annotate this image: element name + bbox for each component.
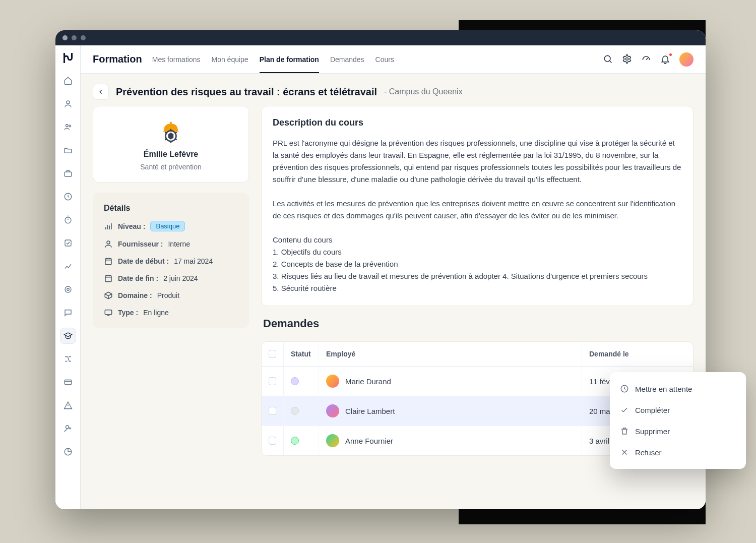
context-menu: Mettre en attente Compléter Supprimer Re… xyxy=(610,372,746,469)
back-button[interactable] xyxy=(93,84,109,100)
app-logo[interactable] xyxy=(60,50,76,66)
description-body: PRL est l'acronyme qui désigne la préven… xyxy=(273,137,682,294)
notification-dot xyxy=(669,53,672,56)
nav-home-icon[interactable] xyxy=(60,73,76,89)
select-all-checkbox[interactable] xyxy=(269,350,276,358)
bell-icon[interactable] xyxy=(660,54,671,65)
tab-training-plan[interactable]: Plan de formation xyxy=(260,45,319,73)
requests-heading: Demandes xyxy=(263,317,694,330)
employee-name: Marie Durand xyxy=(345,377,391,386)
menu-hold[interactable]: Mettre en attente xyxy=(610,378,746,399)
window-max-dot[interactable] xyxy=(81,35,86,40)
nav-card-icon[interactable] xyxy=(60,374,76,390)
nav-target-icon[interactable] xyxy=(60,281,76,297)
nav-people-icon[interactable] xyxy=(60,119,76,135)
nav-check-shield-icon[interactable] xyxy=(60,235,76,251)
svg-point-12 xyxy=(604,55,610,62)
status-indicator xyxy=(291,407,299,415)
svg-point-16 xyxy=(107,241,110,244)
detail-value: Produit xyxy=(157,291,179,299)
detail-provider: Fournisseur : Interne xyxy=(104,239,238,249)
nav-graduation-icon[interactable] xyxy=(60,328,76,344)
status-indicator xyxy=(291,437,299,445)
tab-label: Demandes xyxy=(330,55,364,64)
nav-flow-icon[interactable] xyxy=(60,351,76,367)
window-min-dot[interactable] xyxy=(72,35,77,40)
window-titlebar xyxy=(55,30,706,45)
row-checkbox[interactable] xyxy=(269,437,276,445)
page-subtitle: - Campus du Queenix xyxy=(384,87,463,96)
gear-icon[interactable] xyxy=(622,54,633,65)
nav-person-icon[interactable] xyxy=(60,96,76,112)
provider-icon xyxy=(104,239,113,249)
employee-avatar xyxy=(326,434,339,447)
tab-courses[interactable]: Cours xyxy=(375,45,394,73)
tab-my-trainings[interactable]: Mes formations xyxy=(152,45,201,73)
description-heading: Description du cours xyxy=(273,117,682,128)
author-category: Santé et prévention xyxy=(140,163,201,171)
app-window: Formation Mes formations Mon équipe Plan… xyxy=(55,30,706,509)
menu-delete[interactable]: Supprimer xyxy=(610,420,746,442)
tab-label: Mon équipe xyxy=(211,55,248,64)
nav-briefcase-icon[interactable] xyxy=(60,165,76,182)
detail-start-date: Date de début : 17 mai 2024 xyxy=(104,257,238,266)
tab-requests[interactable]: Demandes xyxy=(330,45,364,73)
tab-my-team[interactable]: Mon équipe xyxy=(211,45,248,73)
page-title: Prévention des risques au travail : écra… xyxy=(116,86,377,98)
nav-folder-icon[interactable] xyxy=(60,142,76,158)
svg-rect-18 xyxy=(105,276,111,282)
nav-stopwatch-icon[interactable] xyxy=(60,212,76,228)
col-requested: Demandé le xyxy=(582,342,693,366)
nav-chat-icon[interactable] xyxy=(60,305,76,321)
nav-adduser-icon[interactable] xyxy=(60,420,76,437)
svg-rect-6 xyxy=(65,240,71,246)
nav-pie-icon[interactable] xyxy=(60,444,76,460)
employee-avatar xyxy=(326,375,339,388)
menu-complete[interactable]: Compléter xyxy=(610,399,746,420)
menu-refuse[interactable]: Refuser xyxy=(610,442,746,463)
detail-label: Date de début : xyxy=(118,257,169,265)
row-checkbox[interactable] xyxy=(269,407,276,415)
detail-value: 17 mai 2024 xyxy=(174,257,213,265)
tabs: Mes formations Mon équipe Plan de format… xyxy=(152,45,394,73)
status-indicator xyxy=(291,377,299,385)
detail-label: Date de fin : xyxy=(118,274,158,282)
safety-gear-icon xyxy=(157,117,185,146)
user-avatar[interactable] xyxy=(679,52,694,67)
svg-point-7 xyxy=(65,286,71,292)
col-employee: Employé xyxy=(319,342,582,366)
gauge-icon[interactable] xyxy=(641,54,652,65)
author-name: Émilie Lefèvre xyxy=(144,150,199,159)
nav-warning-icon[interactable] xyxy=(60,397,76,413)
row-checkbox[interactable] xyxy=(269,377,276,385)
svg-rect-19 xyxy=(105,310,112,315)
nav-chart-icon[interactable] xyxy=(60,258,76,274)
tab-label: Cours xyxy=(375,55,394,64)
detail-label: Domaine : xyxy=(118,291,152,299)
employee-name: Anne Fournier xyxy=(345,437,393,445)
detail-type: Type : En ligne xyxy=(104,308,238,317)
detail-value: 2 juin 2024 xyxy=(163,274,198,282)
svg-rect-14 xyxy=(170,122,172,127)
detail-label: Niveau : xyxy=(118,222,145,230)
details-heading: Détails xyxy=(104,204,238,213)
detail-value: Interne xyxy=(168,240,190,248)
menu-label: Compléter xyxy=(635,406,670,414)
nav-clock-icon[interactable] xyxy=(60,189,76,205)
window-close-dot[interactable] xyxy=(62,35,68,40)
svg-point-0 xyxy=(67,101,70,104)
detail-end-date: Date de fin : 2 juin 2024 xyxy=(104,274,238,283)
menu-label: Refuser xyxy=(635,448,662,457)
svg-point-8 xyxy=(67,288,69,291)
svg-point-1 xyxy=(66,125,68,127)
col-status: Statut xyxy=(284,342,319,366)
sidebar-rail xyxy=(55,45,81,509)
menu-label: Supprimer xyxy=(635,427,670,436)
svg-point-2 xyxy=(69,125,71,127)
svg-point-13 xyxy=(626,57,628,60)
search-icon[interactable] xyxy=(603,54,614,65)
calendar-start-icon xyxy=(104,257,113,266)
svg-point-10 xyxy=(66,426,69,429)
level-badge: Basique xyxy=(150,221,185,231)
description-card: Description du cours PRL est l'acronyme … xyxy=(261,106,694,306)
